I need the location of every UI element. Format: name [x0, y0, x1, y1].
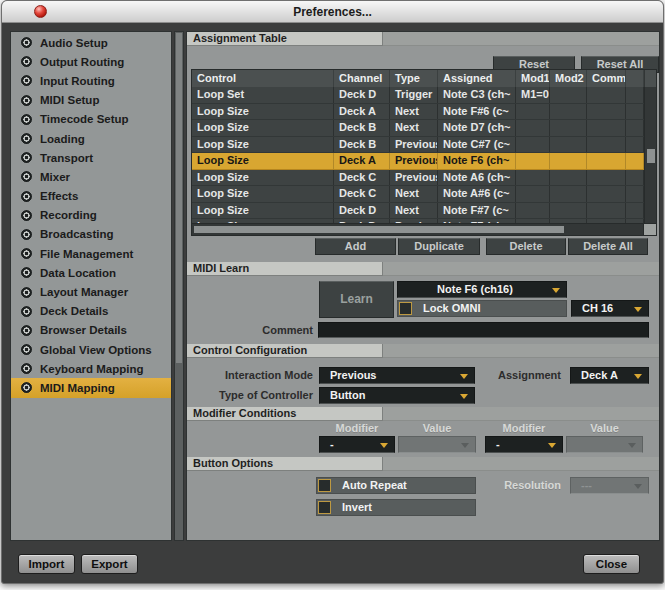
bullseye-icon: [21, 287, 32, 298]
invert-checkbox[interactable]: [318, 501, 331, 514]
modifier-1-value: -: [330, 438, 334, 450]
sidebar-item[interactable]: Data Location: [11, 263, 171, 282]
sidebar-item[interactable]: Effects: [11, 187, 171, 206]
sidebar-item-label: Audio Setup: [40, 37, 108, 49]
delete-button[interactable]: Delete: [486, 238, 566, 255]
sidebar-item-label: MIDI Mapping: [40, 382, 115, 394]
sidebar-item[interactable]: Recording: [11, 206, 171, 225]
table-row[interactable]: Loop Set Deck D Trigger Note C3 (ch~ M1=…: [192, 87, 644, 104]
column-header[interactable]: Channel: [334, 70, 390, 87]
close-button[interactable]: Close: [583, 554, 640, 574]
cell-channel: Deck A: [334, 153, 390, 169]
table-row[interactable]: Loop Size Deck A Previous Note F6 (ch~: [192, 153, 644, 170]
sidebar-item[interactable]: File Management: [11, 244, 171, 263]
cell-assigned: Note D7 (ch~: [438, 120, 516, 136]
cell-channel: Deck B: [334, 137, 390, 153]
cell-mod2: [550, 203, 587, 219]
table-row[interactable]: Loop Size Deck C Previous Note A6 (ch~: [192, 170, 644, 187]
cell-assigned: Note F6 (ch~: [438, 153, 516, 169]
column-header[interactable]: Assigned: [438, 70, 516, 87]
delete-all-button[interactable]: Delete All: [568, 238, 648, 255]
sidebar: Audio Setup Output Routing Input Routing…: [10, 31, 172, 541]
bullseye-icon: [21, 133, 32, 144]
cell-channel: Deck D: [334, 87, 390, 103]
sidebar-item[interactable]: Timecode Setup: [11, 110, 171, 129]
bullseye-icon: [21, 344, 32, 355]
table-horizontal-scrollbar-thumb[interactable]: [194, 226, 564, 233]
sidebar-scrollbar[interactable]: [174, 31, 184, 541]
sidebar-item[interactable]: Transport: [11, 148, 171, 167]
column-header[interactable]: Type: [390, 70, 438, 87]
sidebar-item[interactable]: MIDI Mapping: [11, 378, 171, 397]
cell-control: Loop Size: [192, 186, 334, 202]
export-button[interactable]: Export: [81, 554, 138, 574]
sidebar-item-label: Deck Details: [40, 305, 108, 317]
sidebar-item[interactable]: Broadcasting: [11, 225, 171, 244]
cell-extra: [626, 186, 644, 202]
modifier-1-dropdown[interactable]: -: [319, 436, 395, 453]
sidebar-item[interactable]: Keyboard Mapping: [11, 359, 171, 378]
column-header[interactable]: [626, 70, 644, 87]
sidebar-item-label: Data Location: [40, 267, 116, 279]
table-row[interactable]: Loop Size Deck A Next Note F#6 (c~: [192, 104, 644, 121]
chevron-down-icon: [552, 288, 560, 293]
control-configuration-section-header: Control Configuration: [187, 344, 659, 358]
cell-comment: [587, 137, 626, 153]
sidebar-item-label: Output Routing: [40, 56, 124, 68]
duplicate-button[interactable]: Duplicate: [398, 238, 480, 255]
section-title: Modifier Conditions: [187, 407, 383, 421]
cell-channel: Deck A: [334, 104, 390, 120]
chevron-down-icon: [461, 443, 469, 448]
comment-input[interactable]: [318, 322, 649, 338]
resolution-dropdown[interactable]: ---: [570, 477, 649, 494]
channel-dropdown[interactable]: CH 16: [571, 300, 649, 317]
sidebar-item-label: Global View Options: [40, 344, 152, 356]
sidebar-item[interactable]: Audio Setup: [11, 33, 171, 52]
sidebar-item[interactable]: Layout Manager: [11, 282, 171, 301]
auto-repeat-label: Auto Repeat: [342, 479, 407, 491]
table-row[interactable]: Loop Size Deck D Next Note F#7 (c~: [192, 203, 644, 220]
sidebar-item[interactable]: Global View Options: [11, 340, 171, 359]
learn-button[interactable]: Learn: [319, 281, 394, 318]
type-of-controller-dropdown[interactable]: Button: [319, 387, 475, 404]
sidebar-item[interactable]: Mixer: [11, 167, 171, 186]
channel-value: CH 16: [582, 302, 613, 314]
modifier-2-dropdown[interactable]: -: [485, 436, 563, 453]
table-horizontal-scrollbar[interactable]: [192, 223, 656, 235]
table-row[interactable]: Loop Size Deck B Previous Note C#7 (c~: [192, 137, 644, 154]
section-title: Assignment Table: [187, 32, 383, 46]
assignment-dropdown[interactable]: Deck A: [570, 367, 649, 384]
sidebar-item[interactable]: Output Routing: [11, 52, 171, 71]
value-1-dropdown[interactable]: [398, 436, 476, 453]
column-header[interactable]: Comm: [587, 70, 626, 87]
table-vertical-scrollbar[interactable]: [644, 87, 656, 223]
sidebar-item[interactable]: Loading: [11, 129, 171, 148]
assignment-table-section-header: Assignment Table: [187, 32, 659, 46]
cell-channel: Deck C: [334, 186, 390, 202]
midi-note-dropdown[interactable]: Note F6 (ch16): [397, 281, 567, 298]
sidebar-scrollbar-thumb[interactable]: [176, 33, 182, 363]
auto-repeat-checkbox[interactable]: [318, 479, 331, 492]
sidebar-item-label: Recording: [40, 209, 97, 221]
table-row[interactable]: Loop Size Deck C Next Note A#6 (c~: [192, 186, 644, 203]
column-header[interactable]: Mod1: [516, 70, 550, 87]
sidebar-item[interactable]: MIDI Setup: [11, 91, 171, 110]
cell-type: Previous: [390, 137, 438, 153]
sidebar-item[interactable]: Input Routing: [11, 71, 171, 90]
table-vertical-scrollbar-thumb[interactable]: [647, 149, 655, 163]
add-button[interactable]: Add: [315, 238, 396, 255]
sidebar-item[interactable]: Browser Details: [11, 321, 171, 340]
lock-omni-checkbox[interactable]: [399, 302, 412, 315]
column-header[interactable]: Mod2: [550, 70, 587, 87]
cell-control: Loop Size: [192, 153, 334, 169]
table-row[interactable]: Loop Size Deck B Next Note D7 (ch~: [192, 120, 644, 137]
resolution-value: ---: [581, 479, 592, 491]
bullseye-icon: [21, 325, 32, 336]
interaction-mode-dropdown[interactable]: Previous: [319, 367, 475, 384]
sidebar-item[interactable]: Deck Details: [11, 302, 171, 321]
bullseye-icon: [21, 248, 32, 259]
bullseye-icon: [21, 37, 32, 48]
import-button[interactable]: Import: [18, 554, 75, 574]
value-2-dropdown[interactable]: [566, 436, 643, 453]
column-header[interactable]: Control: [192, 70, 334, 87]
